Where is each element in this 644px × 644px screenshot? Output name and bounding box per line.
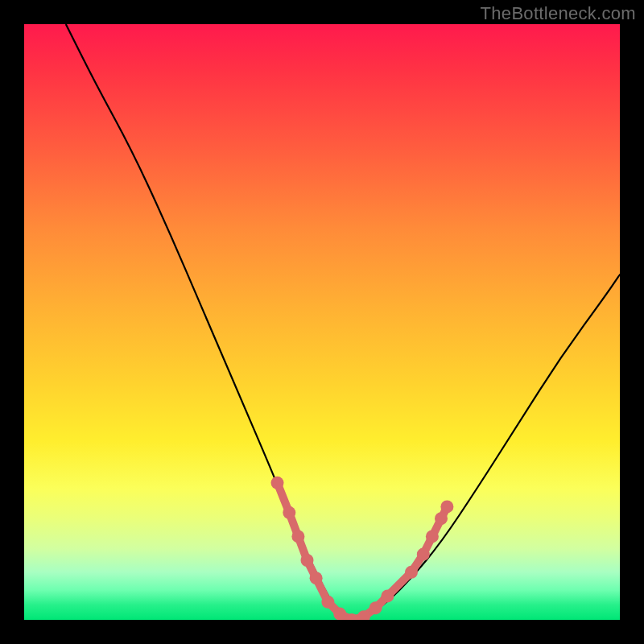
bead-point (440, 500, 453, 513)
highlight-beads (271, 477, 454, 620)
chart-frame: TheBottleneck.com (0, 0, 644, 644)
bead-point (283, 506, 295, 519)
plot-area (24, 24, 620, 620)
bead-point (301, 554, 314, 567)
bead-point (426, 530, 439, 543)
bead-point (369, 601, 382, 614)
bead-point (405, 566, 418, 579)
curve-svg (24, 24, 620, 620)
bottleneck-curve (66, 24, 620, 618)
bead-point (417, 548, 430, 561)
watermark-text: TheBottleneck.com (481, 3, 636, 24)
bead-point (310, 572, 323, 584)
bead-point (291, 530, 304, 543)
bead-point (381, 589, 394, 602)
bead-point (435, 512, 448, 525)
bead-connector-left (278, 483, 364, 620)
bead-point (271, 477, 284, 489)
bead-point (321, 596, 334, 609)
bead-point (333, 608, 346, 620)
